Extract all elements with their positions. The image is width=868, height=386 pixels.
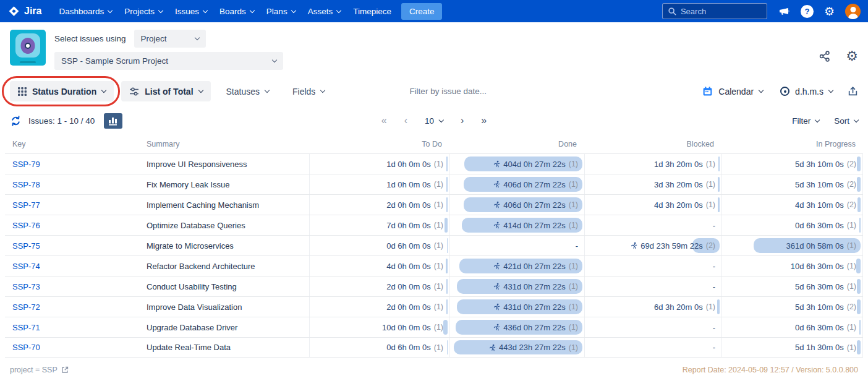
previous-page-button[interactable]: ‹ [404, 115, 407, 126]
runner-icon [488, 344, 496, 351]
duration-value: 0d 6h 0m 0s(1) [386, 343, 443, 352]
duration-value: 4d 0h 0m 0s(1) [386, 262, 443, 271]
duration-value: 5d 1h 30m 0s(1) [795, 343, 856, 352]
column-header-key: Key [5, 140, 142, 148]
settings-gear-icon[interactable]: ⚙ [824, 6, 835, 17]
duration-value: 0d 6h 0m 0s(1) [386, 241, 443, 251]
create-button[interactable]: Create [401, 3, 443, 20]
issue-key-link[interactable]: SSP-79 [12, 160, 40, 169]
cell-key: SSP-71 [5, 317, 142, 337]
first-page-button[interactable]: « [381, 115, 387, 126]
issue-key-link[interactable]: SSP-72 [12, 302, 40, 312]
jira-brand[interactable]: Jira [7, 5, 41, 18]
status-count: (1) [706, 302, 715, 311]
issue-key-link[interactable]: SSP-78 [12, 180, 40, 189]
sliders-icon [129, 87, 139, 96]
time-format-label: d.h.m.s [795, 87, 823, 96]
cell-key: SSP-72 [5, 297, 142, 317]
issue-key-link[interactable]: SSP-73 [12, 282, 40, 291]
calendar-button[interactable]: Calendar [700, 81, 765, 101]
last-page-button[interactable]: » [481, 115, 487, 126]
export-icon[interactable] [848, 86, 858, 96]
global-search[interactable] [662, 3, 767, 19]
issues-bar: Issues: 1 - 10 / 40 « ‹ 10 › » Filter So… [0, 109, 868, 132]
chevron-down-icon [203, 7, 208, 12]
status-duration-table: Key Summary To Do Done Blocked In Progre… [5, 135, 863, 358]
chevron-down-icon [250, 7, 255, 12]
time-format-button[interactable]: d.h.m.s [778, 81, 835, 101]
cell-key: SSP-75 [5, 236, 142, 255]
status-count: (1) [706, 200, 715, 209]
cell-blocked-duration: 69d 23h 59m 22s(2) [584, 236, 721, 255]
statuses-button[interactable]: Statuses [218, 81, 277, 101]
status-count: (1) [434, 200, 443, 209]
duration-format-icon [780, 87, 789, 96]
report-type-button[interactable]: Status Duration [10, 81, 114, 101]
fields-button[interactable]: Fields [284, 81, 333, 101]
project-value: SSP - Sample Scrum Project [61, 56, 168, 66]
cell-inprogress-duration: 0d 6h 30m 0s(1) [721, 215, 863, 235]
nav-item-boards[interactable]: Boards [213, 0, 260, 22]
list-of-total-button[interactable]: List of Total [121, 81, 210, 101]
duration-value: - [713, 282, 715, 291]
status-count: (2) [706, 241, 715, 250]
page-size-select[interactable]: 10 [425, 116, 443, 126]
share-icon[interactable] [819, 50, 831, 62]
duration-bar [856, 259, 861, 273]
status-count: (1) [434, 221, 443, 229]
issue-key-link[interactable]: SSP-77 [12, 200, 40, 210]
cell-done-duration: 406d 0h 27m 22s(1) [449, 195, 584, 215]
issue-key-link[interactable]: SSP-74 [12, 262, 40, 271]
issue-key-link[interactable]: SSP-76 [12, 221, 40, 230]
issue-key-link[interactable]: SSP-75 [12, 241, 40, 251]
status-count: (2) [847, 302, 856, 311]
next-page-button[interactable]: › [461, 115, 464, 126]
cell-blocked-duration: - [584, 317, 721, 337]
issue-key-link[interactable]: SSP-70 [12, 343, 40, 352]
runner-icon [493, 303, 500, 311]
nav-item-plans[interactable]: Plans [260, 0, 302, 22]
cell-blocked-duration: 4d 3h 20m 0s(1) [584, 195, 721, 215]
status-count: (1) [847, 241, 856, 250]
issue-source-value: Project [141, 34, 167, 43]
cell-summary: Migrate to Microservices [142, 236, 309, 255]
issue-key-link[interactable]: SSP-71 [12, 323, 40, 332]
chevron-down-icon [272, 58, 277, 62]
issue-date-filter-input[interactable] [409, 87, 551, 96]
help-icon[interactable]: ? [801, 5, 814, 18]
status-count: (1) [434, 241, 443, 250]
cell-blocked-duration: - [584, 256, 721, 276]
cell-summary: Conduct Usability Testing [142, 277, 309, 296]
filter-dropdown[interactable]: Filter [792, 116, 819, 126]
cell-inprogress-duration: 5d 3h 10m 0s(2) [721, 174, 863, 194]
sort-dropdown[interactable]: Sort [834, 116, 858, 126]
cell-todo-duration: 10d 0h 0m 0s(1) [309, 317, 449, 337]
table-row: SSP-74 Refactor Backend Architecture 4d … [5, 255, 863, 276]
duration-bar [857, 299, 861, 314]
nav-item-timepiece[interactable]: Timepiece [347, 0, 398, 22]
chart-view-button[interactable] [104, 113, 122, 129]
search-input[interactable] [681, 7, 755, 16]
chevron-down-icon [198, 88, 203, 93]
duration-value: 0d 6h 30m 0s(1) [795, 221, 856, 230]
table-row: SSP-76 Optimize Database Queries 7d 0h 0… [5, 215, 863, 235]
refresh-icon[interactable] [10, 115, 22, 127]
issue-source-select[interactable]: Project [134, 30, 206, 48]
duration-value: 414d 0h 27m 22s(1) [493, 221, 578, 230]
report-settings-gear-icon[interactable]: ⚙ [846, 49, 858, 63]
user-avatar[interactable] [845, 4, 861, 19]
project-select[interactable]: SSP - Sample Scrum Project [54, 52, 283, 70]
pagination: « ‹ 10 › » [381, 115, 487, 126]
duration-value: 4d 3h 20m 0s(1) [654, 200, 715, 210]
nav-item-projects[interactable]: Projects [118, 0, 169, 22]
cell-todo-duration: 0d 6h 0m 0s(1) [309, 338, 449, 357]
megaphone-icon[interactable] [778, 5, 790, 17]
nav-item-assets[interactable]: Assets [302, 0, 347, 22]
duration-value: 2d 0h 0m 0s(1) [386, 282, 443, 291]
jql-summary[interactable]: project = SSP [10, 366, 69, 374]
nav-item-issues[interactable]: Issues [169, 0, 213, 22]
column-header-blocked: Blocked [584, 140, 721, 148]
nav-item-dashboards[interactable]: Dashboards [53, 0, 118, 22]
cell-summary: Refactor Backend Architecture [142, 256, 309, 276]
cell-todo-duration: 2d 0h 0m 0s(1) [309, 297, 449, 317]
